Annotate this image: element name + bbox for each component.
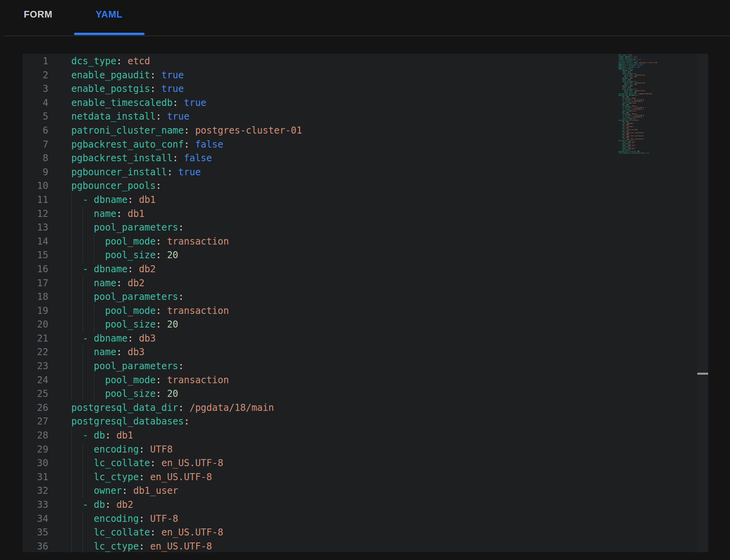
yaml-editor[interactable]: 1dcs_type: etcd2enable_pgaudit: true3ena… [23, 54, 708, 552]
token-punct: : [178, 291, 184, 302]
line-number: 12 [23, 207, 48, 221]
code-line[interactable]: 33 - db: db2 [23, 498, 708, 512]
token-key: patroni_cluster_name [71, 125, 184, 136]
minimap[interactable]: dcs_type: etcdenable_pgaudit: trueenable… [619, 54, 667, 163]
code-text: pgbackrest_auto_conf: false [71, 138, 223, 152]
cursor-position-mark[interactable] [697, 373, 708, 375]
code-text: lc_ctype: en_US.UTF-8 [71, 540, 212, 552]
line-number: 10 [23, 179, 48, 193]
code-text: lc_ctype: en_US.UTF-8 [71, 470, 212, 484]
tab-form[interactable]: FORM [3, 8, 73, 21]
code-text: pool_parameters: [71, 221, 184, 235]
line-number: 29 [23, 443, 48, 457]
code-line[interactable]: 3enable_postgis: true [23, 82, 708, 96]
indent-guide [83, 359, 83, 373]
line-number: 6 [23, 124, 48, 138]
code-line[interactable]: 7pgbackrest_auto_conf: false [23, 138, 708, 152]
line-number: 35 [23, 526, 48, 540]
token-num: 20 [635, 76, 637, 78]
line-number: 3 [23, 82, 48, 96]
token-key: encoding [94, 513, 139, 524]
code-line[interactable]: 8pgbackrest_install: false [23, 151, 708, 166]
code-line[interactable]: 4enable_timescaledb: true [23, 96, 708, 110]
code-line[interactable]: 5netdata_install: true [23, 110, 708, 124]
token-key: - [83, 333, 94, 344]
token-punct: : [128, 333, 133, 344]
code-line[interactable]: 27postgresql_databases: [23, 415, 708, 429]
code-line[interactable]: 16 - dbname: db2 [23, 262, 708, 276]
token-key: name [94, 347, 116, 357]
indent-guide [71, 456, 72, 470]
code-line[interactable]: 20 pool_size: 20 [23, 318, 708, 332]
indent-guide [83, 207, 83, 221]
code-line[interactable]: 34 encoding: UTF-8 [23, 512, 708, 526]
line-number: 2 [23, 69, 48, 83]
token-key: lc_ctype [94, 541, 139, 552]
token-key: lc_collate [94, 527, 150, 538]
token-str: db1 [116, 430, 133, 441]
minimap-content: dcs_type: etcdenable_pgaudit: trueenable… [619, 54, 667, 154]
code-line[interactable]: 10pgbouncer_pools: [23, 179, 708, 193]
token-bool: true [637, 67, 640, 69]
code-text: pool_parameters: [71, 290, 184, 304]
code-text: pool_mode: transaction [71, 235, 229, 249]
code-line[interactable]: 1dcs_type: etcd [23, 55, 708, 69]
token-bool: true [161, 70, 184, 81]
code-line[interactable]: 31 lc_ctype: en_US.UTF-8 [23, 470, 708, 484]
token-punct: : [173, 153, 178, 164]
token-punct: : [638, 120, 639, 122]
indent-guide [71, 276, 72, 291]
token-punct: : [633, 76, 633, 78]
indent-guide [94, 318, 94, 332]
token-punct: : [139, 472, 144, 483]
token-key: pool_mode [105, 236, 156, 247]
token-punct: : [635, 67, 635, 69]
code-line[interactable]: 25 pool_size: 20 [23, 387, 708, 401]
active-tab-underline [74, 33, 145, 35]
token-punct: : [150, 527, 155, 538]
indent-guide [94, 248, 94, 262]
code-line[interactable]: 23 pool_parameters: [23, 359, 708, 373]
code-line[interactable]: 18 pool_parameters: [23, 290, 708, 304]
token-punct: : [139, 444, 144, 455]
token-str: /pgdata/18/main [638, 93, 652, 95]
line-number: 27 [23, 415, 48, 429]
token-punct: : [156, 388, 161, 399]
token-key: pgbackrest_install [71, 153, 173, 164]
code-line[interactable]: 22 name: db3 [23, 345, 708, 359]
code-line[interactable]: 6patroni_cluster_name: postgres-cluster-… [23, 124, 708, 138]
token-str: postgres-cluster-01 [195, 125, 302, 136]
code-line[interactable]: 29 encoding: UTF8 [23, 443, 708, 457]
code-line[interactable]: 13 pool_parameters: [23, 221, 708, 235]
code-line[interactable]: 15 pool_size: 20 [23, 248, 708, 262]
code-line[interactable]: 36 lc_ctype: en_US.UTF-8 [23, 540, 708, 552]
code-line[interactable]: 9pgbouncer_install: true [23, 166, 708, 180]
code-line[interactable]: 24 pool_mode: transaction [23, 373, 708, 387]
code-line[interactable]: 11 - dbname: db1 [23, 193, 708, 207]
code-line[interactable]: 12 name: db1 [23, 207, 708, 221]
code-line[interactable]: 28 - db: db1 [23, 429, 708, 443]
code-line[interactable]: 26postgresql_data_dir: /pgdata/18/main [23, 401, 708, 415]
token-key: netdata_install [71, 111, 156, 122]
scrollbar-track[interactable] [697, 54, 708, 552]
line-number: 8 [23, 151, 48, 166]
code-line[interactable]: 30 lc_collate: en_US.UTF-8 [23, 456, 708, 470]
code-line[interactable]: 21 - dbname: db3 [23, 332, 708, 346]
token-key: - [83, 430, 94, 441]
code-line[interactable]: 32 owner: db1_user [23, 484, 708, 498]
token-punct: : [156, 236, 161, 247]
code-line[interactable]: 19 pool_mode: transaction [23, 304, 708, 318]
token-punct: : [116, 347, 122, 357]
token-str: db2 [116, 499, 133, 510]
indent-guide [71, 207, 72, 221]
code-line[interactable]: 17 name: db2 [23, 276, 708, 291]
code-text: pool_mode: transaction [71, 373, 229, 387]
indent-guide [83, 512, 83, 526]
code-line[interactable]: 14 pool_mode: transaction [23, 235, 708, 249]
indent-guide [83, 540, 83, 552]
indent-guide [71, 345, 72, 359]
tab-yaml[interactable]: YAML [74, 8, 144, 21]
code-line[interactable]: 35 lc_collate: en_US.UTF-8 [23, 526, 708, 540]
indent-guide [71, 221, 72, 235]
code-line[interactable]: 2enable_pgaudit: true [23, 69, 708, 83]
